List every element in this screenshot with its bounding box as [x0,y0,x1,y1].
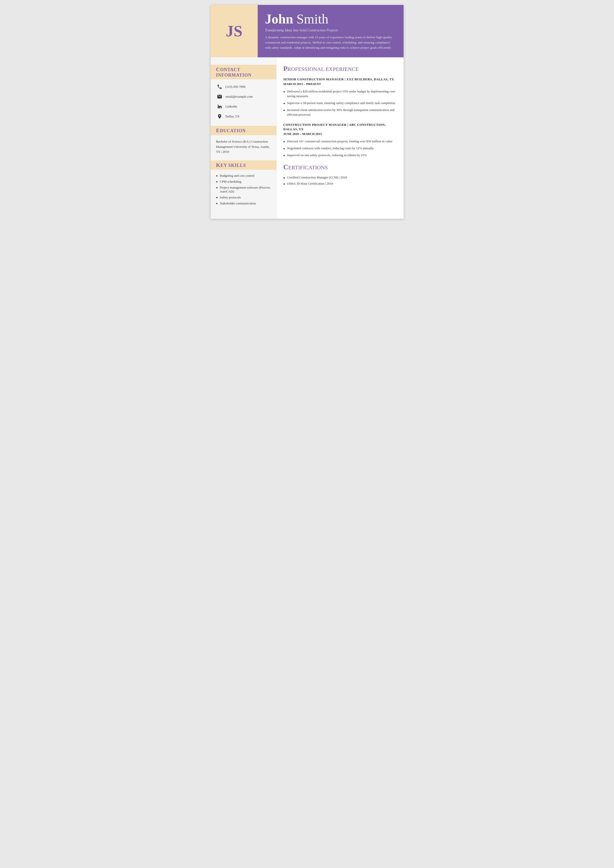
phone-text: (123) 456-7890 [225,85,246,89]
certifications-section: CERTIFICATIONS Certified Construction Ma… [283,163,396,186]
skills-title-text: EY SKILLS [221,163,246,168]
summary: A dynamic construction manager with 15 y… [265,35,394,50]
education-section-bar: EDUCATION [211,126,276,135]
location-icon [216,113,223,120]
first-name: John [265,12,293,26]
avatar-block: JS [211,5,258,57]
email-text: email@example.com [225,95,253,99]
job1-bullet: Increased client satisfaction scores by … [283,107,396,117]
email-icon [216,93,223,100]
skills-list: Budgeting and cost control CPM schedulin… [216,174,271,205]
contact-section-title: CONTACT INFORMATION [216,66,274,78]
experience-title-text: ROFESSIONAL EXPERIENCE [288,66,359,72]
skill-item: Safety protocols [216,195,271,200]
job2-bullet: Negotiated contracts with vendors, reduc… [283,146,396,151]
avatar-initials: JS [226,22,242,40]
cert-item: Certified Construction Manager (CCM) | 2… [283,175,396,180]
certifications-title: CERTIFICATIONS [283,163,396,171]
job1-dates: MARCH 2015 – PRESENT [283,82,396,86]
contact-phone: (123) 456-7890 [216,83,271,90]
skill-item: CPM scheduling [216,180,271,184]
contact-linkedin: LinkedIn [216,103,271,110]
linkedin-icon [216,103,223,110]
job1-bullets: Delivered a $20 million residential proj… [283,89,396,117]
contact-location: Dallas, TX [216,113,271,120]
location-text: Dallas, TX [225,115,239,118]
job2-dates: JUNE 2010 – MARCH 2015 [283,132,396,136]
experience-section: PROFESSIONAL EXPERIENCE SENIOR CONSTRUCT… [283,65,396,158]
right-column: PROFESSIONAL EXPERIENCE SENIOR CONSTRUCT… [276,57,404,219]
header-info: John Smith Transforming Ideas Into Solid… [258,5,404,57]
job1-title: SENIOR CONSTRUCTION MANAGER | XYZ BUILDE… [283,77,396,82]
last-name: Smith [297,12,328,26]
contact-list: (123) 456-7890 email@example.com [216,83,271,120]
contact-email: email@example.com [216,93,271,100]
education-details: Bachelor of Science (B.S.) Construction … [216,139,271,155]
contact-section-bar: CONTACT INFORMATION [211,65,276,79]
experience-title: PROFESSIONAL EXPERIENCE [283,65,396,73]
left-column: CONTACT INFORMATION (123) 456-7890 [211,57,276,219]
skills-section-bar: KEY SKILLS [211,160,276,170]
job2-bullet: Improved on-site safety protocols, reduc… [283,153,396,158]
header-section: JS John Smith Transforming Ideas Into So… [211,5,404,57]
job2-bullets: Directed 10+ commercial construction pro… [283,139,396,158]
job1-bullet: Delivered a $20 million residential proj… [283,89,396,99]
skill-item: Project management software (Procore, Au… [216,186,271,194]
full-name: John Smith [265,12,396,26]
certifications-list: Certified Construction Manager (CCM) | 2… [283,175,396,186]
skill-item: Stakeholder communication [216,202,271,205]
phone-icon [216,83,223,90]
skills-section-title: KEY SKILLS [216,162,274,168]
linkedin-text: LinkedIn [225,105,237,108]
tagline: Transforming Ideas Into Solid Constructi… [265,28,396,33]
skill-item: Budgeting and cost control [216,174,271,178]
education-section-title: EDUCATION [216,127,274,134]
job2-bullet: Directed 10+ commercial construction pro… [283,139,396,144]
resume-document: JS John Smith Transforming Ideas Into So… [211,5,404,219]
certifications-title-text: ERTIFICATIONS [288,164,328,170]
education-title-text: DUCATION [220,128,246,133]
job1-bullet: Supervise a 50-person team, ensuring saf… [283,101,396,105]
job2-title: CONSTRUCTION PROJECT MANAGER | ABC CONST… [283,122,396,132]
contact-title-text: ONTACT INFORMATION [216,67,252,78]
cert-item: OSHA 30-Hour Certification | 2010 [283,182,396,186]
body-section: CONTACT INFORMATION (123) 456-7890 [211,57,404,219]
